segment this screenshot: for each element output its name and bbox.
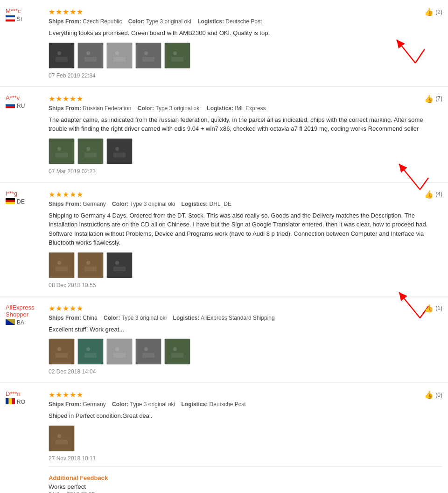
svg-rect-5 [56, 57, 68, 62]
color-value: Type 3 original oki [155, 105, 201, 112]
review-images [49, 252, 442, 278]
review-image[interactable] [77, 42, 104, 69]
svg-rect-52 [113, 353, 126, 358]
svg-rect-20 [6, 106, 15, 108]
review-image[interactable] [77, 338, 104, 365]
color-value: Type 3 original oki [146, 18, 191, 25]
like-count: (7) [435, 95, 442, 102]
reviewer-name[interactable]: l***g [6, 190, 17, 197]
svg-point-37 [86, 261, 90, 265]
review-image[interactable] [106, 252, 133, 278]
meta-line: Ships From: Czech Republic Color: Type 3… [49, 18, 442, 25]
ships-from-value: Germany [83, 201, 105, 207]
review-image[interactable] [106, 338, 133, 365]
svg-point-48 [86, 347, 90, 351]
color-value: Type 3 original oki [130, 401, 175, 408]
review-image[interactable] [49, 252, 75, 278]
review-content: ★★★★★ Ships From: Germany Color: Type 3 … [49, 390, 442, 493]
like-area[interactable]: 👍 (0) [424, 390, 442, 399]
review-image[interactable] [106, 42, 133, 69]
review-images [49, 42, 442, 69]
svg-point-4 [57, 51, 61, 55]
country-label: BA [17, 319, 24, 326]
ships-from-label: Ships From: [49, 105, 81, 112]
svg-rect-8 [84, 57, 97, 62]
color-label: Color: [138, 105, 154, 112]
country-flag-icon [6, 398, 15, 406]
reviewer-flag: SI [6, 15, 43, 23]
logistics-label: Logistics: [182, 401, 208, 408]
review-image[interactable] [49, 338, 75, 365]
country-flag-icon [6, 15, 15, 23]
review-date: 07 Feb 2019 22:34 [49, 72, 442, 79]
star-rating: ★★★★★ [49, 390, 442, 399]
review-image[interactable] [49, 138, 75, 164]
country-label: RU [17, 103, 25, 109]
reviewer-name[interactable]: M***c [6, 7, 21, 14]
thumbs-up-icon: 👍 [424, 390, 434, 399]
svg-rect-14 [142, 57, 154, 62]
review-image[interactable] [135, 338, 161, 365]
svg-rect-26 [84, 153, 97, 157]
like-area[interactable]: 👍 (2) [424, 7, 442, 16]
review-image[interactable] [49, 425, 75, 451]
country-flag-icon [6, 102, 15, 110]
review-text: Excellent stuff! Work great... [49, 325, 442, 334]
reviewer-name[interactable]: AliExpress Shopper [6, 304, 34, 318]
svg-point-34 [57, 261, 61, 265]
color-label: Color: [112, 201, 128, 207]
review-date: 07 Mar 2019 02:23 [49, 168, 442, 175]
svg-rect-19 [6, 104, 15, 106]
review-text: The adapter came, as indicated from the … [49, 115, 442, 134]
svg-point-57 [173, 347, 177, 351]
logistics-value: Deutsche Post [210, 401, 246, 408]
color-label: Color: [104, 315, 120, 321]
svg-rect-38 [84, 267, 97, 271]
thumbs-up-icon: 👍 [424, 304, 434, 313]
logistics-value: Deutsche Post [225, 18, 262, 25]
ships-from-value: China [83, 315, 97, 321]
review-images [49, 425, 442, 451]
meta-line: Ships From: China Color: Type 3 original… [49, 315, 442, 321]
review-text: Everything looks as promised. Green boar… [49, 28, 442, 38]
review-image[interactable] [135, 42, 161, 69]
meta-line: Ships From: Russian Federation Color: Ty… [49, 105, 442, 112]
svg-rect-59 [6, 398, 9, 404]
reviewer-info: D***n RO [6, 390, 43, 493]
review-date: 27 Nov 2018 10:11 [49, 455, 442, 462]
like-area[interactable]: 👍 (7) [424, 94, 442, 103]
svg-rect-32 [6, 202, 15, 204]
meta-line: Ships From: Germany Color: Type 3 origin… [49, 401, 442, 408]
review-image[interactable] [164, 338, 190, 365]
review-block-1: M***c SI ★★★★★ Ships From: Czech Republi… [0, 0, 448, 87]
svg-rect-11 [113, 57, 126, 62]
review-image[interactable] [49, 42, 75, 69]
reviewer-info: AliExpress Shopper BA [6, 304, 43, 375]
color-value: Type 3 original oki [130, 201, 175, 207]
logistics-label: Logistics: [182, 201, 208, 207]
thumbs-up-icon: 👍 [424, 7, 434, 16]
like-area[interactable]: 👍 (4) [424, 190, 442, 199]
reviewer-flag: RU [6, 102, 43, 110]
review-image[interactable] [164, 42, 190, 69]
svg-point-25 [86, 147, 90, 151]
svg-point-13 [144, 51, 148, 55]
svg-rect-58 [171, 353, 183, 358]
like-count: (4) [435, 191, 442, 197]
review-image[interactable] [106, 138, 133, 164]
color-label: Color: [128, 18, 145, 25]
thumbs-up-icon: 👍 [424, 190, 434, 199]
svg-rect-41 [113, 267, 126, 271]
svg-point-45 [57, 347, 61, 351]
svg-rect-46 [56, 353, 68, 358]
like-count: (2) [435, 9, 442, 15]
country-label: RO [17, 399, 25, 405]
review-image[interactable] [77, 138, 104, 164]
like-area[interactable]: 👍 (1) [424, 304, 442, 313]
review-image[interactable] [77, 252, 104, 278]
reviewer-name[interactable]: D***n [6, 390, 21, 397]
svg-rect-2 [6, 20, 15, 21]
svg-point-40 [115, 261, 119, 265]
thumbs-up-icon: 👍 [424, 94, 434, 103]
reviewer-name[interactable]: A***v [6, 94, 20, 101]
